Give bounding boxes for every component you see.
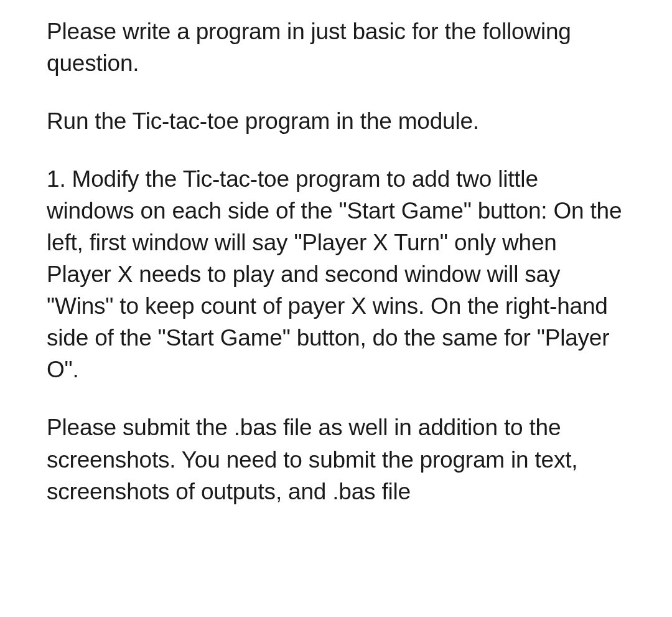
intro-paragraph: Please write a program in just basic for… bbox=[47, 16, 625, 79]
submission-instruction-paragraph: Please submit the .bas file as well in a… bbox=[47, 412, 625, 507]
run-instruction-paragraph: Run the Tic-tac-toe program in the modul… bbox=[47, 105, 625, 137]
modification-instruction-paragraph: 1. Modify the Tic-tac-toe program to add… bbox=[47, 163, 625, 385]
